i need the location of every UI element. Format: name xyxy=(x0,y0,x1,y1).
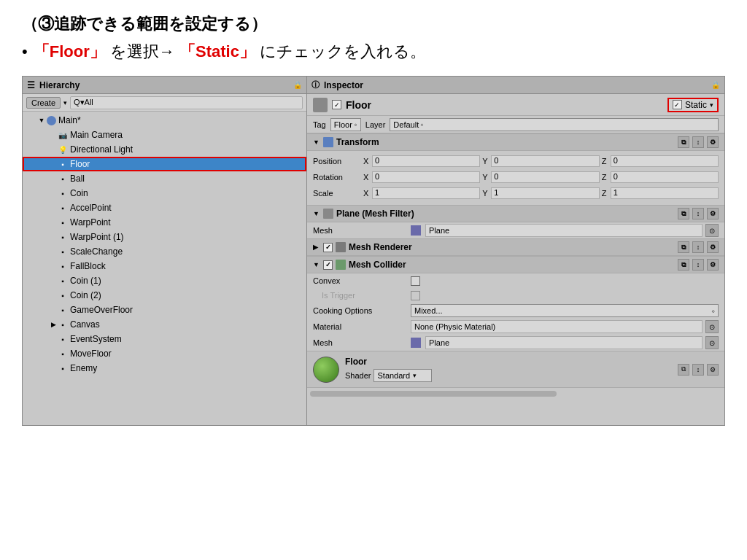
gameover-icon: ▪ xyxy=(58,305,68,315)
static-highlight: 「Static」 xyxy=(179,42,255,61)
pos-z-letter: Z xyxy=(602,157,609,166)
tag-select[interactable]: Floor ⬦ xyxy=(330,118,361,131)
tree-item-gameoverfloor[interactable]: ▪ GameOverFloor xyxy=(23,303,306,317)
transform-actions: ⧉ ↕ ⚙ xyxy=(678,136,719,148)
mesh-filter-section-header[interactable]: ▼ Plane (Mesh Filter) ⧉ ↕ ⚙ xyxy=(307,205,724,222)
transform-gear-btn[interactable]: ⚙ xyxy=(707,136,719,148)
floor-title-bar: ✓ Floor ✓ Static ▾ xyxy=(307,94,724,116)
inspector-lock-icon[interactable]: 🔒 xyxy=(711,81,720,89)
position-z-input[interactable]: 0 xyxy=(611,155,719,167)
tree-item-accelpoint[interactable]: ▪ AccelPoint xyxy=(23,201,306,215)
scale-y-input[interactable]: 1 xyxy=(491,187,599,199)
warp1-icon: ▪ xyxy=(58,232,68,242)
mesh-collider-gear-btn[interactable]: ⚙ xyxy=(707,259,719,271)
convex-checkbox[interactable] xyxy=(411,276,420,286)
accel-icon: ▪ xyxy=(58,203,68,213)
scale-x-field: X 1 xyxy=(363,187,480,199)
position-y-input[interactable]: 0 xyxy=(491,155,599,167)
tree-label-light: Directional Light xyxy=(70,144,133,155)
static-badge[interactable]: ✓ Static ▾ xyxy=(667,98,719,112)
tree-item-main[interactable]: ▼ Main* xyxy=(23,113,306,128)
material-sphere xyxy=(313,357,339,383)
mesh-renderer-header[interactable]: ▶ ✓ Mesh Renderer ⧉ ↕ ⚙ xyxy=(307,238,724,256)
rotation-x-input[interactable]: 0 xyxy=(372,171,480,183)
mesh-filter-actions: ⧉ ↕ ⚙ xyxy=(678,208,719,219)
mesh-filter-copy-btn[interactable]: ⧉ xyxy=(678,208,689,219)
position-y-field: Y 0 xyxy=(482,155,599,167)
hierarchy-title: Hierarchy xyxy=(39,80,80,90)
collider-material-btn[interactable]: ⊙ xyxy=(705,320,719,333)
tree-item-main-camera[interactable]: 📷 Main Camera xyxy=(23,128,306,142)
transform-copy-btn[interactable]: ⧉ xyxy=(678,136,689,148)
warp-icon: ▪ xyxy=(58,217,68,228)
collider-material-input[interactable]: None (Physic Material) xyxy=(411,320,703,333)
rotation-z-field: Z 0 xyxy=(602,171,719,183)
tag-label: Tag xyxy=(313,120,326,129)
hierarchy-header: ☰ Hierarchy 🔒 xyxy=(23,77,306,94)
convex-value xyxy=(411,276,719,286)
shader-select[interactable]: Standard ▾ xyxy=(374,369,432,382)
tree-item-canvas[interactable]: ▶ ▪ Canvas xyxy=(23,317,306,332)
create-button[interactable]: Create xyxy=(26,97,61,109)
tree-arrow-main: ▼ xyxy=(37,117,46,124)
tree-item-coin1[interactable]: ▪ Coin (1) xyxy=(23,273,306,288)
tree-item-fallblock[interactable]: ▪ FallBlock xyxy=(23,259,306,273)
mesh-renderer-copy-btn[interactable]: ⧉ xyxy=(678,241,689,253)
mesh-renderer-gear-btn[interactable]: ⚙ xyxy=(707,241,719,253)
material-paste-btn[interactable]: ↕ xyxy=(692,364,704,376)
mesh-filter-paste-btn[interactable]: ↕ xyxy=(692,208,704,219)
tree-item-movefloor[interactable]: ▪ MoveFloor xyxy=(23,346,306,361)
position-x-field: X 0 xyxy=(363,155,480,167)
material-copy-btn[interactable]: ⧉ xyxy=(678,364,689,376)
tree-item-warppoint1[interactable]: ▪ WarpPoint (1) xyxy=(23,230,306,244)
collider-mesh-input[interactable]: Plane xyxy=(425,336,703,349)
tree-item-enemy[interactable]: ▪ Enemy xyxy=(23,361,306,376)
position-xyz: X 0 Y 0 Z 0 xyxy=(363,155,719,167)
cooking-options-value: Mixed... ⬦ xyxy=(411,304,719,317)
mesh-renderer-paste-btn[interactable]: ↕ xyxy=(692,241,704,253)
hierarchy-search[interactable]: Q▾All xyxy=(70,96,303,109)
scale-x-input[interactable]: 1 xyxy=(372,187,480,199)
search-text: Q▾All xyxy=(74,98,93,107)
shader-dropdown-icon: ▾ xyxy=(413,372,417,379)
cooking-options-arrow: ⬦ xyxy=(711,307,715,314)
mesh-filter-mesh-label: Mesh xyxy=(313,226,408,235)
tree-item-warppoint[interactable]: ▪ WarpPoint xyxy=(23,215,306,230)
scale-z-input[interactable]: 1 xyxy=(611,187,719,199)
material-gear-btn[interactable]: ⚙ xyxy=(707,364,719,376)
collider-mesh-btn[interactable]: ⊙ xyxy=(705,336,719,349)
static-dropdown-arrow[interactable]: ▾ xyxy=(710,101,713,109)
transform-section-header[interactable]: ▼ Transform ⧉ ↕ ⚙ xyxy=(307,133,724,151)
hierarchy-lock-icon[interactable]: 🔒 xyxy=(293,81,302,89)
layer-select[interactable]: Default ⬦ xyxy=(390,118,719,131)
position-x-input[interactable]: 0 xyxy=(372,155,480,167)
tree-item-coin2[interactable]: ▪ Coin (2) xyxy=(23,288,306,303)
mesh-collider-header[interactable]: ▼ ✓ Mesh Collider ⧉ ↕ ⚙ xyxy=(307,256,724,273)
collider-mesh-row: Mesh Plane ⊙ xyxy=(307,335,724,351)
rotation-y-input[interactable]: 0 xyxy=(491,171,599,183)
inspector-scrollbar[interactable] xyxy=(307,387,724,399)
mesh-collider-checkbox[interactable]: ✓ xyxy=(323,260,333,270)
mesh-filter-mesh-input[interactable]: Plane xyxy=(425,224,703,237)
cooking-options-select[interactable]: Mixed... ⬦ xyxy=(411,304,719,317)
inspector-content: ✓ Floor ✓ Static ▾ Tag Floor ⬦ Layer Def… xyxy=(307,94,724,425)
rotation-z-input[interactable]: 0 xyxy=(611,171,719,183)
mesh-renderer-checkbox[interactable]: ✓ xyxy=(323,243,333,252)
tree-item-ball[interactable]: ▪ Ball xyxy=(23,171,306,186)
mesh-collider-paste-btn[interactable]: ↕ xyxy=(692,259,704,271)
tree-item-scalechange[interactable]: ▪ ScaleChange xyxy=(23,244,306,259)
floor-active-checkbox[interactable]: ✓ xyxy=(332,100,341,109)
rotation-row: Rotation X 0 Y 0 Z 0 xyxy=(313,170,719,184)
tree-item-dir-light[interactable]: 💡 Directional Light xyxy=(23,142,306,157)
tree-item-floor[interactable]: ▪ Floor xyxy=(23,157,306,171)
mesh-filter-gear-btn[interactable]: ⚙ xyxy=(707,208,719,219)
collider-mesh-text: Plane xyxy=(429,338,449,347)
tree-item-eventsystem[interactable]: ▪ EventSystem xyxy=(23,332,306,346)
mesh-collider-copy-btn[interactable]: ⧉ xyxy=(678,259,689,271)
transform-title: Transform xyxy=(336,137,379,147)
mesh-filter-target-btn[interactable]: ⊙ xyxy=(705,224,719,237)
tree-item-coin[interactable]: ▪ Coin xyxy=(23,186,306,201)
static-checkbox[interactable]: ✓ xyxy=(673,100,682,109)
pos-y-letter: Y xyxy=(482,157,489,166)
transform-paste-btn[interactable]: ↕ xyxy=(692,136,704,148)
